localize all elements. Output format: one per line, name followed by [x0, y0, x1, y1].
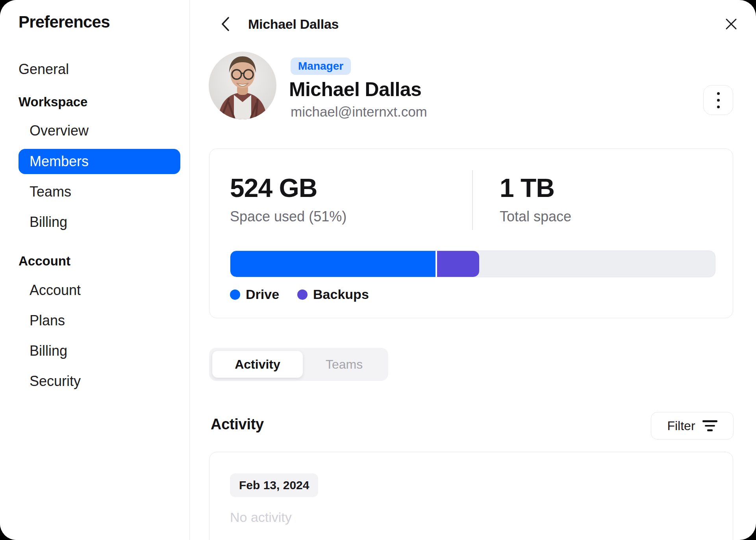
sidebar-item-members-label: Members — [30, 149, 89, 174]
sidebar-item-billing-account[interactable]: Billing — [30, 342, 67, 360]
page-title: Michael Dallas — [248, 15, 339, 33]
sidebar-section-account: Account — [19, 253, 70, 269]
activity-empty-text: No activity — [230, 510, 292, 525]
sidebar-item-teams[interactable]: Teams — [30, 183, 71, 201]
close-button[interactable] — [720, 13, 743, 35]
backups-legend-label: Backups — [313, 287, 369, 302]
chevron-left-icon — [220, 16, 230, 32]
activity-heading: Activity — [211, 416, 264, 433]
kebab-menu-icon — [717, 92, 720, 95]
sidebar-item-general[interactable]: General — [19, 60, 69, 78]
avatar — [209, 52, 276, 119]
usage-bar-backups-segment — [437, 251, 479, 277]
storage-usage-bar — [230, 251, 715, 277]
legend-item-drive: Drive — [230, 287, 279, 302]
usage-bar-drive-segment — [230, 251, 435, 277]
storage-card: 524 GB Space used (51%) 1 TB Total space… — [209, 148, 733, 318]
tab-activity[interactable]: Activity — [212, 351, 303, 378]
close-icon — [723, 16, 739, 32]
filter-button[interactable]: Filter — [651, 412, 734, 440]
sidebar-item-overview[interactable]: Overview — [30, 122, 89, 140]
total-space-value: 1 TB — [500, 175, 554, 201]
sidebar: Preferences General Workspace Overview M… — [0, 0, 190, 540]
activity-date-chip: Feb 13, 2024 — [230, 473, 318, 497]
tab-teams[interactable]: Teams — [303, 351, 385, 378]
total-space-caption: Total space — [500, 208, 571, 225]
sidebar-section-workspace: Workspace — [19, 94, 87, 110]
member-options-button[interactable] — [703, 85, 733, 115]
preferences-window: Preferences General Workspace Overview M… — [0, 0, 756, 540]
sidebar-title: Preferences — [19, 13, 110, 32]
backups-legend-dot — [297, 289, 308, 300]
filter-lines-icon — [702, 420, 717, 431]
sidebar-item-security[interactable]: Security — [30, 372, 81, 390]
sidebar-item-billing-workspace[interactable]: Billing — [30, 213, 67, 231]
member-email: michael@internxt.com — [291, 104, 427, 120]
drive-legend-dot — [230, 289, 240, 300]
drive-legend-label: Drive — [246, 287, 279, 302]
activity-card: Feb 13, 2024 No activity — [209, 452, 733, 540]
space-used-caption: Space used (51%) — [230, 208, 346, 225]
stats-divider — [472, 170, 473, 230]
role-badge: Manager — [291, 58, 351, 75]
detail-tabs: Activity Teams — [209, 348, 388, 381]
legend-item-backups: Backups — [297, 287, 369, 302]
sidebar-item-account[interactable]: Account — [30, 281, 81, 299]
space-used-value: 524 GB — [230, 175, 317, 201]
back-button[interactable] — [216, 15, 235, 33]
filter-button-label: Filter — [667, 419, 695, 433]
sidebar-item-members[interactable]: Members — [19, 149, 180, 174]
usage-legend: Drive Backups — [230, 287, 369, 302]
sidebar-item-plans[interactable]: Plans — [30, 312, 65, 330]
member-name: Michael Dallas — [289, 78, 421, 101]
